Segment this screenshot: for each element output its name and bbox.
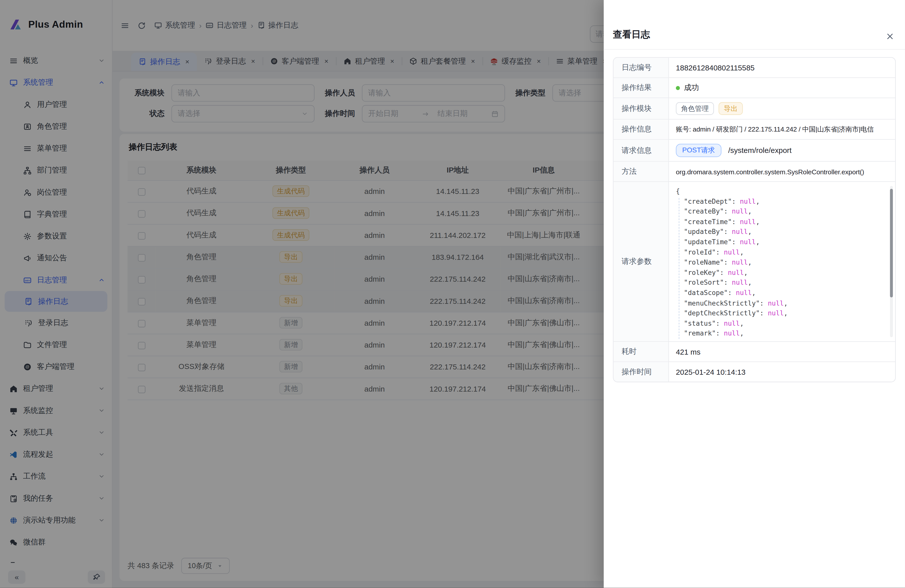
request-params-code-block[interactable]: { "createDept": null, "createBy": null, … [669, 182, 895, 341]
success-dot-icon [676, 86, 680, 90]
log-id-value: 1882612840802115585 [669, 58, 895, 78]
detail-row-cost: 耗时 421 ms [614, 342, 895, 362]
time-value: 2025-01-24 10:14:13 [669, 362, 895, 382]
detail-row-info: 操作信息 账号: admin / 研发部门 / 222.175.114.242 … [614, 119, 895, 140]
module-action-tag: 导出 [718, 102, 743, 115]
json-code: { "createDept": null, "createBy": null, … [676, 187, 887, 339]
app-root: Plus Admin 概览系统管理用户管理角色管理菜单管理部门管理岗位管理字典管… [0, 0, 905, 588]
detail-row-log-id: 日志编号 1882612840802115585 [614, 58, 895, 78]
detail-row-module: 操作模块 角色管理 导出 [614, 98, 895, 119]
detail-row-params: 请求参数 { "createDept": null, "createBy": n… [614, 182, 895, 342]
detail-row-method: 方法 org.dromara.system.controller.system.… [614, 162, 895, 182]
module-tag: 角色管理 [676, 102, 714, 115]
result-value: 成功 [684, 83, 699, 93]
detail-row-time: 操作时间 2025-01-24 10:14:13 [614, 362, 895, 382]
log-detail-table: 日志编号 1882612840802115585 操作结果 成功 操作模块 角色… [613, 57, 896, 382]
operation-info-value: 账号: admin / 研发部门 / 222.175.114.242 / 中国|… [669, 119, 895, 139]
detail-row-result: 操作结果 成功 [614, 78, 895, 98]
cost-value: 421 ms [669, 342, 895, 361]
drawer-title: 查看日志 [613, 29, 650, 41]
post-request-badge: POST请求 [676, 144, 721, 157]
method-value: org.dromara.system.controller.system.Sys… [669, 162, 895, 181]
indent-guide [679, 198, 679, 339]
view-log-drawer: 查看日志 日志编号 1882612840802115585 操作结果 成功 操作… [604, 0, 905, 588]
drawer-header: 查看日志 [604, 0, 905, 49]
close-icon[interactable] [885, 32, 895, 41]
code-scrollbar-thumb[interactable] [890, 189, 893, 297]
request-path-value: /system/role/export [728, 146, 792, 155]
detail-row-request: 请求信息 POST请求 /system/role/export [614, 140, 895, 162]
